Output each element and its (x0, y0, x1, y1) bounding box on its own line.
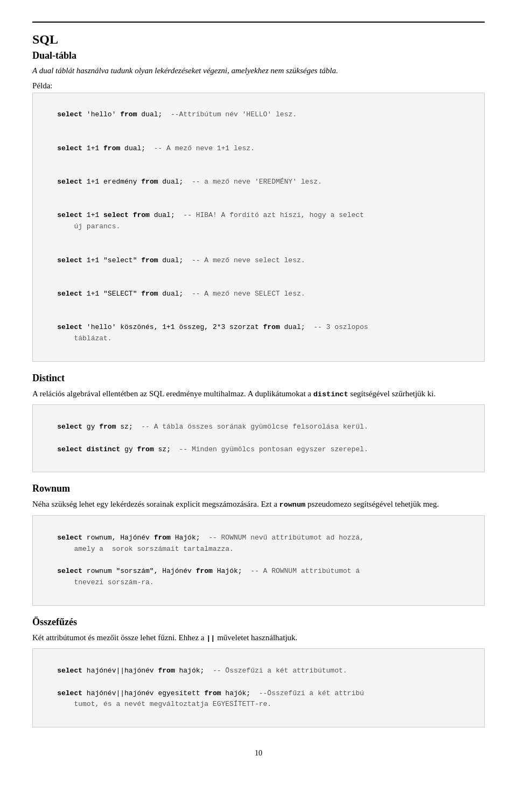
distinct-code-block: select gy from sz; -- A tábla összes sor… (32, 404, 485, 472)
rownum-code-block: select rownum, Hajónév from Hajók; -- RO… (32, 515, 485, 606)
distinct-body: A relációs algebrával ellentétben az SQL… (32, 387, 485, 401)
osszefuzes-body: Két attribútumot és mezőit össze lehet f… (32, 631, 485, 645)
distinct-section-title: Distinct (32, 373, 485, 384)
osszefuzes-section: Összefűzés Két attribútumot és mezőit ös… (32, 617, 485, 727)
pelda-label: Példa: (32, 81, 485, 90)
osszefuzes-code-block: select hajónév||hajónév from hajók; -- Ö… (32, 648, 485, 727)
rownum-section-title: Rownum (32, 483, 485, 494)
distinct-section: Distinct A relációs algebrával ellentétb… (32, 373, 485, 473)
rownum-body: Néha szükség lehet egy lekérdezés sorain… (32, 498, 485, 511)
page-title: SQL (32, 32, 485, 47)
osszefuzes-section-title: Összefűzés (32, 617, 485, 628)
dual-intro: A dual táblát használva tudunk olyan lek… (32, 65, 485, 77)
page-number: 10 (32, 749, 485, 758)
dual-section: Dual-tábla A dual táblát használva tudun… (32, 50, 485, 362)
top-border (32, 22, 485, 23)
rownum-section: Rownum Néha szükség lehet egy lekérdezés… (32, 483, 485, 605)
dual-section-title: Dual-tábla (32, 50, 485, 61)
dual-code-block: select 'hello' from dual; --Attribútum n… (32, 93, 485, 362)
